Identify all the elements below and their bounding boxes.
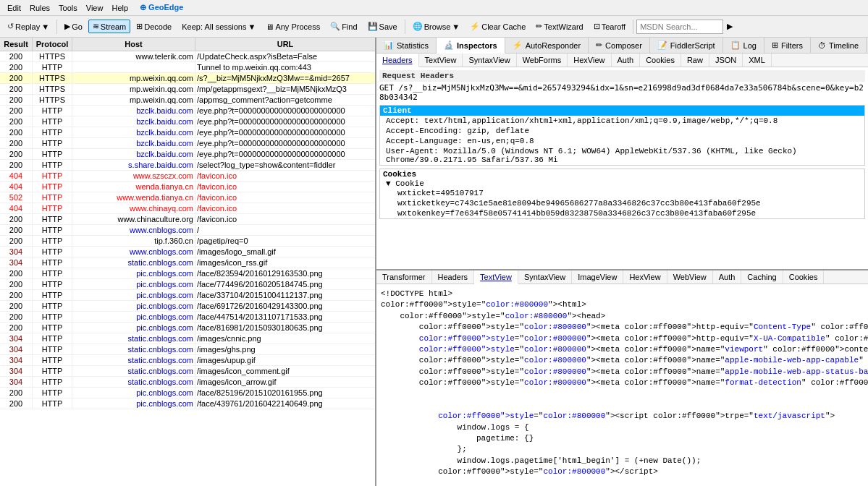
table-row[interactable]: 304 HTTP static.cnblogs.com /images/icon… — [0, 366, 375, 377]
table-row[interactable]: 200 HTTP bzclk.baidu.com /eye.php?t=0000… — [0, 106, 375, 116]
resp-tab-imageview[interactable]: ImageView — [572, 270, 623, 284]
protocol-cell: HTTP — [33, 62, 72, 72]
protocol-cell: HTTP — [33, 225, 72, 235]
table-row[interactable]: 200 HTTP s.share.baidu.com /select?log_t… — [0, 160, 375, 171]
tab-inspectors[interactable]: 🔬 Inspectors — [437, 38, 505, 54]
table-row[interactable]: 200 HTTP www.chinaculture.org /favicon.i… — [0, 214, 375, 225]
menu-help[interactable]: Help — [107, 2, 132, 14]
search-go-button[interactable]: ▶ — [725, 21, 738, 32]
tab-filters[interactable]: ⊞ Filters — [764, 38, 811, 53]
stream-button[interactable]: ≋ Stream — [88, 20, 130, 33]
msdn-search-input[interactable] — [636, 20, 723, 34]
cookie-toggle[interactable]: ▼ Cookie — [386, 179, 864, 188]
table-row[interactable]: 200 HTTP pic.cnblogs.com /face/337104/20… — [0, 290, 375, 301]
req-tab-hexview[interactable]: HexView — [568, 54, 611, 67]
table-row[interactable]: 200 HTTP Tunnel to mp.weixin.qq.com:443 — [0, 62, 375, 73]
table-row[interactable]: 200 HTTP www.cnblogs.com / — [0, 225, 375, 236]
url-cell: /eye.php?t=000000000000000000000000 — [195, 116, 375, 127]
table-row[interactable]: 404 HTTP wenda.tianya.cn /favicon.ico — [0, 182, 375, 192]
menu-tools[interactable]: Tools — [54, 2, 82, 14]
table-row[interactable]: 304 HTTP static.cnblogs.com /images/upup… — [0, 355, 375, 366]
response-content: <!DOCTYPE html> color:#ff0000">style="co… — [376, 284, 868, 486]
tab-statistics[interactable]: 📊 Statistics — [376, 38, 437, 53]
tearoff-button[interactable]: ⊡ Tearoff — [589, 20, 630, 33]
table-row[interactable]: 200 HTTP bzclk.baidu.com /eye.php?t=0000… — [0, 116, 375, 127]
tab-composer[interactable]: ✏ Composer — [589, 38, 650, 53]
table-row[interactable]: 200 HTTPS mp.weixin.qq.com /s?__biz=MjM5… — [0, 73, 375, 84]
tab-log[interactable]: 📋 Log — [723, 38, 764, 53]
table-row[interactable]: 200 HTTP pic.cnblogs.com /face/825196/20… — [0, 388, 375, 398]
any-process-button[interactable]: 🖥 Any Process — [261, 20, 324, 33]
go-button[interactable]: ▶ Go — [60, 20, 87, 33]
menu-edit[interactable]: Edit — [3, 2, 25, 14]
keep-button[interactable]: Keep: All sessions ▼ — [177, 20, 260, 33]
req-tab-webforms[interactable]: WebForms — [517, 54, 568, 67]
menu-view[interactable]: View — [82, 2, 108, 14]
req-tab-cookies[interactable]: Cookies — [640, 54, 681, 67]
table-row[interactable]: 200 HTTPS mp.weixin.qq.com /mp/getappmsg… — [0, 84, 375, 95]
tab-fiddlerscript[interactable]: 📝 FiddlerScript — [650, 38, 723, 53]
req-tab-xml[interactable]: XML — [743, 54, 772, 67]
req-tab-syntaxview[interactable]: SyntaxView — [463, 54, 516, 67]
statistics-icon: 📊 — [384, 40, 394, 50]
table-row[interactable]: 200 HTTP pic.cnblogs.com /face/439761/20… — [0, 398, 375, 409]
host-cell: www.telerik.com — [72, 51, 195, 61]
req-tab-headers[interactable]: Headers — [376, 54, 419, 67]
table-row[interactable]: 404 HTTP www.szsczx.com /favicon.ico — [0, 171, 375, 182]
url-cell: /face/337104/20151004112137.png — [195, 290, 375, 300]
table-row[interactable]: 304 HTTP static.cnblogs.com /images/icon… — [0, 257, 375, 268]
table-row[interactable]: 304 HTTP static.cnblogs.com /images/icon… — [0, 377, 375, 388]
protocol-cell: HTTP — [33, 333, 72, 344]
top-tab-bar: 📊 Statistics 🔬 Inspectors ⚡ AutoResponde… — [376, 38, 868, 54]
text-wizard-button[interactable]: ✏ TextWizard — [531, 20, 587, 33]
table-row[interactable]: 200 HTTP pic.cnblogs.com /face/447514/20… — [0, 312, 375, 323]
tab-timeline[interactable]: ⏱ Timeline — [811, 38, 867, 53]
resp-tab-caching[interactable]: Caching — [741, 270, 783, 284]
decode-button[interactable]: ⊞ Decode — [132, 20, 176, 33]
table-row[interactable]: 200 HTTP bzclk.baidu.com /eye.php?t=0000… — [0, 149, 375, 160]
replay-button[interactable]: ↺ Replay ▼ — [3, 20, 54, 33]
resp-tab-webview[interactable]: WebView — [667, 270, 713, 284]
table-row[interactable]: 304 HTTP www.cnblogs.com /images/logo_sm… — [0, 247, 375, 257]
table-row[interactable]: 502 HTTP www.wenda.tianya.cn /favicon.ic… — [0, 192, 375, 203]
resp-tab-hexview[interactable]: HexView — [623, 270, 667, 284]
table-row[interactable]: 200 HTTP tip.f.360.cn /pagetip/req=0 — [0, 236, 375, 247]
req-tab-json[interactable]: JSON — [709, 54, 743, 67]
req-tab-textview[interactable]: TextView — [419, 54, 463, 67]
browse-button[interactable]: 🌐 Browse ▼ — [408, 20, 465, 33]
table-row[interactable]: 200 HTTP pic.cnblogs.com /face/691726/20… — [0, 301, 375, 312]
resp-tab-auth[interactable]: Auth — [713, 270, 742, 284]
resp-tab-cookies[interactable]: Cookies — [783, 270, 825, 284]
find-button[interactable]: 🔍 Find — [326, 20, 361, 33]
resp-tab-transformer[interactable]: Transformer — [376, 270, 432, 284]
save-button[interactable]: 💾 Save — [363, 20, 402, 33]
table-row[interactable]: 200 HTTP pic.cnblogs.com /face/816981/20… — [0, 323, 375, 333]
table-row[interactable]: 200 HTTP pic.cnblogs.com /face/774496/20… — [0, 279, 375, 290]
menu-rules[interactable]: Rules — [25, 2, 54, 14]
resp-tab-headers[interactable]: Headers — [432, 270, 475, 284]
resp-tab-syntaxview[interactable]: SyntaxView — [518, 270, 572, 284]
tab-autoresponder[interactable]: ⚡ AutoResponder — [505, 38, 589, 53]
table-row[interactable]: 200 HTTPS www.telerik.com /UpdateCheck.a… — [0, 51, 375, 62]
table-row[interactable]: 200 HTTP bzclk.baidu.com /eye.php?t=0000… — [0, 138, 375, 149]
clear-cache-button[interactable]: ⚡ Clear Cache — [465, 20, 530, 33]
result-cell: 200 — [0, 290, 33, 300]
table-row[interactable]: 304 HTTP static.cnblogs.com /images/ghs.… — [0, 344, 375, 355]
table-row[interactable]: 304 HTTP static.cnblogs.com /images/cnni… — [0, 333, 375, 344]
protocol-cell: HTTP — [33, 312, 72, 322]
result-cell: 200 — [0, 268, 33, 278]
result-cell: 404 — [0, 182, 33, 192]
table-row[interactable]: 200 HTTPS mp.weixin.qq.com /appmsg_comme… — [0, 95, 375, 106]
host-cell: pic.cnblogs.com — [72, 279, 195, 289]
host-cell: bzclk.baidu.com — [72, 116, 195, 127]
table-row[interactable]: 200 HTTP pic.cnblogs.com /face/823594/20… — [0, 268, 375, 279]
resp-tab-textview[interactable]: TextView — [474, 270, 518, 284]
url-cell: /face/825196/20151020161955.png — [195, 388, 375, 398]
host-cell: pic.cnblogs.com — [72, 301, 195, 311]
req-tab-auth[interactable]: Auth — [612, 54, 641, 67]
req-tab-raw[interactable]: Raw — [681, 54, 709, 67]
table-row[interactable]: 200 HTTP bzclk.baidu.com /eye.php?t=0000… — [0, 127, 375, 138]
result-cell: 200 — [0, 95, 33, 105]
traffic-list[interactable]: 200 HTTPS www.telerik.com /UpdateCheck.a… — [0, 51, 375, 486]
table-row[interactable]: 404 HTTP www.chinayq.com /favicon.ico — [0, 203, 375, 214]
